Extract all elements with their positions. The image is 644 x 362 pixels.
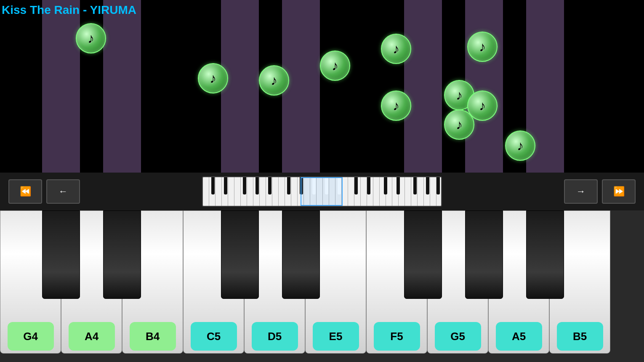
note-bubble [467,32,498,62]
rewind-double-button[interactable]: ⏪ [8,179,42,204]
purple-stripe [103,0,141,175]
note-bubble [467,90,498,121]
mini-piano [202,176,442,207]
note-label-g4: G4 [8,322,54,351]
black-key-gs4[interactable] [42,210,80,299]
black-key-cs5[interactable] [221,210,259,299]
left-controls: ⏪ ← [8,179,80,204]
purple-stripe [42,0,80,175]
note-label-a5: A5 [496,322,542,351]
note-bubble [259,65,289,96]
notes-area [0,0,644,175]
note-label-b4: B4 [130,322,176,351]
black-key-fs5[interactable] [404,210,442,299]
note-bubble [381,90,411,121]
black-key-gs5[interactable] [465,210,503,299]
note-bubble [381,34,411,64]
piano-keyboard: G4A4B4C5D5E5F5G5A5B5 [0,210,644,362]
piano-area: G4A4B4C5D5E5F5G5A5B5 [0,210,644,362]
note-label-a4: A4 [69,322,115,351]
black-key-as5[interactable] [526,210,564,299]
purple-stripe [221,0,259,175]
note-bubble [76,23,106,53]
note-label-g5: G5 [435,322,481,351]
purple-stripe [282,0,320,175]
note-label-e5: E5 [313,322,359,351]
note-label-b5: B5 [557,322,603,351]
mini-piano-display [203,177,441,206]
note-bubble [198,63,228,93]
control-bar: ⏪ ← [0,173,644,210]
song-title: Kiss The Rain - YIRUMA [2,3,136,17]
purple-stripe [404,0,442,175]
black-key-as4[interactable] [103,210,141,299]
note-bubble [320,51,350,81]
forward-single-button[interactable]: → [564,179,598,204]
note-label-c5: C5 [191,322,237,351]
rewind-single-button[interactable]: ← [46,179,80,204]
right-controls: → ⏩ [564,179,636,204]
note-bubble [505,130,535,161]
note-label-f5: F5 [374,322,420,351]
note-label-d5: D5 [252,322,298,351]
black-key-ds5[interactable] [282,210,320,299]
forward-double-button[interactable]: ⏩ [602,179,636,204]
